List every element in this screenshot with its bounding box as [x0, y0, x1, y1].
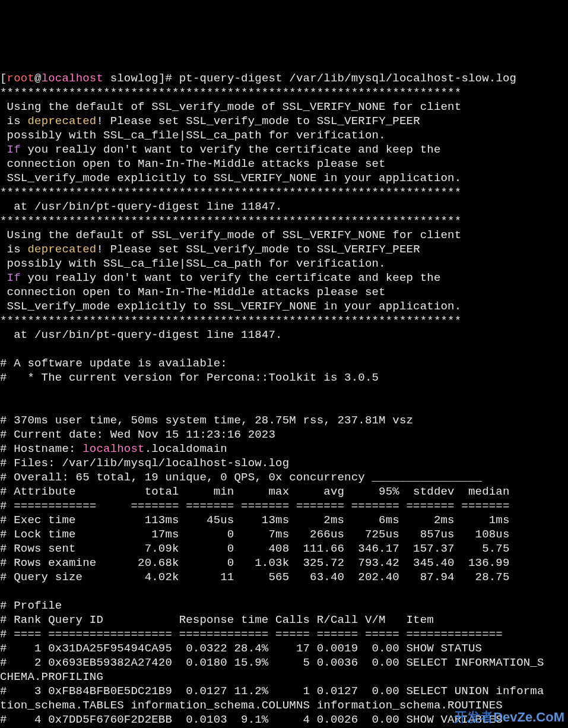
text: you really don't want to verify the cert… — [21, 143, 441, 156]
summary-date: # Current date: Wed Nov 15 11:23:16 2023 — [0, 428, 275, 441]
if-keyword: If — [7, 143, 21, 156]
deprecated-word: deprecated — [27, 115, 96, 128]
terminal-output: [root@localhost slowlog]# pt-query-diges… — [0, 57, 568, 728]
text: .localdomain — [145, 442, 227, 455]
at-line: at /usr/bin/pt-query-digest line 11847. — [0, 328, 283, 341]
summary-hostname: # Hostname: localhost.localdomain — [0, 442, 227, 455]
separator-stars: ****************************************… — [0, 214, 461, 227]
text: is — [0, 243, 27, 256]
profile-header: # Rank Query ID Response time Calls R/Ca… — [0, 613, 434, 626]
profile-title: # Profile — [0, 599, 62, 612]
prompt-line[interactable]: [root@localhost slowlog]# pt-query-diges… — [0, 72, 516, 85]
warn-line: If you really don't want to verify the c… — [0, 271, 441, 284]
text: is — [0, 115, 27, 128]
summary-files: # Files: /var/lib/mysql/localhost-slow.l… — [0, 457, 289, 470]
text: you really don't want to verify the cert… — [21, 271, 441, 284]
attr-row-sent: # Rows sent 7.09k 0 408 111.66 346.17 15… — [0, 542, 510, 555]
attr-separator: # ============ ======= ======= ======= =… — [0, 499, 510, 512]
attr-row-qsize: # Query size 4.02k 11 565 63.40 202.40 8… — [0, 571, 510, 584]
warn-line: Using the default of SSL_verify_mode of … — [0, 229, 461, 242]
warn-line: is deprecated! Please set SSL_verify_mod… — [0, 243, 420, 256]
deprecated-word: deprecated — [27, 243, 96, 256]
summary-times: # 370ms user time, 50ms system time, 28.… — [0, 414, 413, 427]
update-available: # A software update is available: — [0, 357, 227, 370]
profile-row-cont: CHEMA.PROFILING — [0, 670, 103, 683]
update-version: # * The current version for Percona::Too… — [0, 371, 379, 384]
warn-line: connection open to Man-In-The-Middle att… — [0, 286, 386, 299]
bracket-close: ]# — [158, 72, 179, 85]
warn-line: If you really don't want to verify the c… — [0, 143, 441, 156]
attr-header: # Attribute total min max avg 95% stddev… — [0, 485, 510, 498]
warn-line: SSL_verify_mode explicitly to SSL_VERIFY… — [0, 172, 461, 185]
prompt-cwd: slowlog — [103, 72, 158, 85]
separator-stars: ****************************************… — [0, 86, 461, 99]
profile-row: # 4 0x7DD5F6760F2D2EBB 0.0103 9.1% 4 0.0… — [0, 713, 503, 726]
warn-line: possibly with SSL_ca_file|SSL_ca_path fo… — [0, 257, 386, 270]
attr-row-exec: # Exec time 113ms 45us 13ms 2ms 6ms 2ms … — [0, 514, 510, 527]
warn-line: is deprecated! Please set SSL_verify_mod… — [0, 115, 420, 128]
command-text: pt-query-digest /var/lib/mysql/localhost… — [179, 72, 517, 85]
prompt-host: localhost — [42, 72, 103, 85]
profile-row-cont: tion_schema.TABLES information_schema.CO… — [0, 699, 503, 712]
separator-stars: ****************************************… — [0, 186, 461, 199]
separator-stars: ****************************************… — [0, 314, 461, 327]
hostname-value: localhost — [82, 442, 144, 455]
bracket: [ — [0, 72, 7, 85]
attr-row-examine: # Rows examine 20.68k 0 1.03k 325.72 793… — [0, 556, 510, 569]
warn-line: Using the default of SSL_verify_mode of … — [0, 100, 461, 113]
profile-separator: # ==== ================== ============= … — [0, 628, 503, 641]
if-keyword: If — [7, 271, 21, 284]
attr-row-lock: # Lock time 17ms 0 7ms 266us 725us 857us… — [0, 528, 510, 541]
warn-line: possibly with SSL_ca_file|SSL_ca_path fo… — [0, 129, 386, 142]
text — [0, 143, 7, 156]
prompt-user: root — [7, 72, 34, 85]
profile-row: # 2 0x693EB59382A27420 0.0180 15.9% 5 0.… — [0, 656, 544, 669]
text — [0, 271, 7, 284]
prompt-at: @ — [34, 72, 42, 85]
profile-row: # 3 0xFB84BFB0E5DC21B9 0.0127 11.2% 1 0.… — [0, 685, 544, 698]
warn-line: SSL_verify_mode explicitly to SSL_VERIFY… — [0, 300, 461, 313]
warn-line: connection open to Man-In-The-Middle att… — [0, 157, 386, 170]
at-line: at /usr/bin/pt-query-digest line 11847. — [0, 200, 283, 213]
profile-row: # 1 0x31DA25F95494CA95 0.0322 28.4% 17 0… — [0, 642, 482, 655]
text: ! Please set SSL_verify_mode to SSL_VERI… — [96, 243, 420, 256]
summary-overall: # Overall: 65 total, 19 unique, 0 QPS, 0… — [0, 471, 482, 484]
text: # Hostname: — [0, 442, 82, 455]
text: ! Please set SSL_verify_mode to SSL_VERI… — [96, 115, 420, 128]
